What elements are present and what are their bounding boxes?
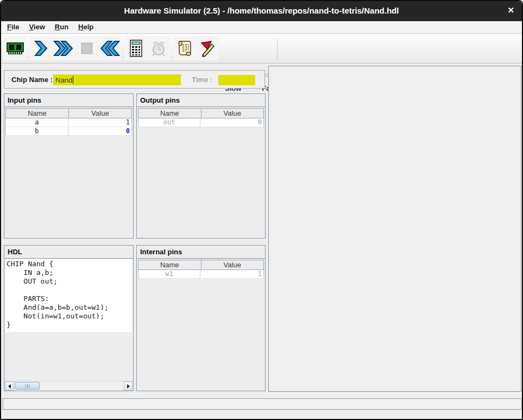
menu-file[interactable]: File	[2, 21, 24, 33]
fast-forward-icon	[53, 40, 74, 57]
pin-value[interactable]: 0	[68, 127, 132, 135]
menu-view[interactable]: View	[24, 21, 49, 33]
run-button[interactable]	[52, 36, 75, 60]
internal-pins-title: Internal pins	[137, 246, 265, 259]
close-icon[interactable]: ✕	[507, 5, 514, 15]
clock-icon	[149, 39, 168, 58]
time-label: Time :	[192, 76, 212, 84]
scrollbar-thumb[interactable]	[15, 382, 40, 390]
internal-pins-table: Name Value w1 1	[138, 260, 264, 279]
chip-name-label: Chip Name :	[11, 76, 53, 84]
column-header-value: Value	[201, 260, 264, 269]
chip-header-bar: Chip Name : Nand Time :	[4, 70, 265, 89]
pin-value[interactable]: 1	[200, 270, 263, 278]
output-pins-panel: Output pins Name Value out 0	[136, 93, 266, 239]
menu-run[interactable]: Run	[50, 21, 73, 33]
column-header-name: Name	[138, 109, 201, 118]
pin-name: b	[6, 127, 68, 135]
title-bar: Hardware Simulator (2.5) - /home/thomas/…	[1, 1, 522, 21]
time-field[interactable]	[218, 75, 255, 85]
triangle-left-icon	[8, 384, 11, 388]
menu-help[interactable]: Help	[73, 21, 98, 33]
table-row: out 0	[138, 118, 264, 127]
single-step-button[interactable]	[29, 36, 52, 60]
chip-view-panel	[268, 66, 521, 392]
hdl-panel: HDL CHIP Nand { IN a,b; OUT out; PARTS: …	[4, 245, 134, 391]
pin-name: w1	[138, 270, 200, 278]
pin-name: out	[138, 118, 200, 127]
column-header-value: Value	[68, 109, 131, 118]
output-pins-table: Name Value out 0	[138, 108, 264, 127]
stop-button[interactable]	[75, 36, 98, 60]
script-button[interactable]	[173, 36, 196, 60]
chip-name-input[interactable]: Nand	[53, 74, 181, 85]
window-title: Hardware Simulator (2.5) - /home/thomas/…	[1, 6, 522, 15]
hdl-title: HDL	[4, 246, 133, 259]
status-message-bar	[3, 398, 522, 410]
scroll-left-button[interactable]	[5, 381, 14, 391]
table-row: b 0	[5, 127, 132, 136]
breakpoint-flag-icon	[198, 39, 217, 58]
input-pins-table: Name Value a 1 b 0	[5, 108, 132, 136]
calculator-icon	[128, 39, 143, 58]
table-header: Name Value	[138, 108, 264, 118]
hdl-code-view[interactable]: CHIP Nand { IN a,b; OUT out; PARTS: And(…	[5, 259, 132, 332]
reset-button[interactable]	[98, 36, 121, 60]
stop-icon	[79, 40, 95, 57]
load-chip-button[interactable]	[4, 36, 27, 60]
table-header: Name Value	[138, 260, 264, 270]
clock-button[interactable]	[147, 36, 170, 60]
column-header-value: Value	[201, 109, 264, 118]
rewind-icon	[99, 40, 120, 57]
pin-value[interactable]: 1	[68, 118, 132, 127]
text-caret	[73, 76, 73, 84]
column-header-name: Name	[6, 109, 68, 118]
triangle-right-icon	[127, 384, 130, 388]
input-pins-title: Input pins	[4, 94, 133, 107]
hardware-simulator-window: Hardware Simulator (2.5) - /home/thomas/…	[0, 0, 523, 420]
table-header: Name Value	[5, 108, 132, 118]
single-step-icon	[33, 40, 48, 57]
table-row: a 1	[5, 118, 132, 127]
chip-icon	[5, 41, 25, 56]
script-icon	[176, 39, 193, 58]
toolbar: Slow Fast Animate: Program flow Format: …	[1, 34, 522, 64]
pin-value[interactable]: 0	[200, 118, 263, 127]
hdl-horizontal-scrollbar[interactable]	[5, 381, 133, 390]
table-row: w1 1	[138, 270, 264, 279]
output-pins-title: Output pins	[137, 94, 265, 107]
chip-name-value: Nand	[55, 76, 72, 84]
scroll-right-button[interactable]	[124, 381, 133, 391]
input-pins-panel: Input pins Name Value a 1 b 0	[4, 93, 134, 239]
toolbar-separator	[277, 39, 278, 59]
internal-pins-panel: Internal pins Name Value w1 1	[136, 245, 266, 391]
breakpoint-button[interactable]	[196, 36, 219, 60]
menu-bar: File View Run Help	[1, 21, 522, 34]
calculator-button[interactable]	[124, 36, 147, 60]
column-header-name: Name	[138, 260, 201, 269]
pin-name: a	[6, 118, 68, 127]
